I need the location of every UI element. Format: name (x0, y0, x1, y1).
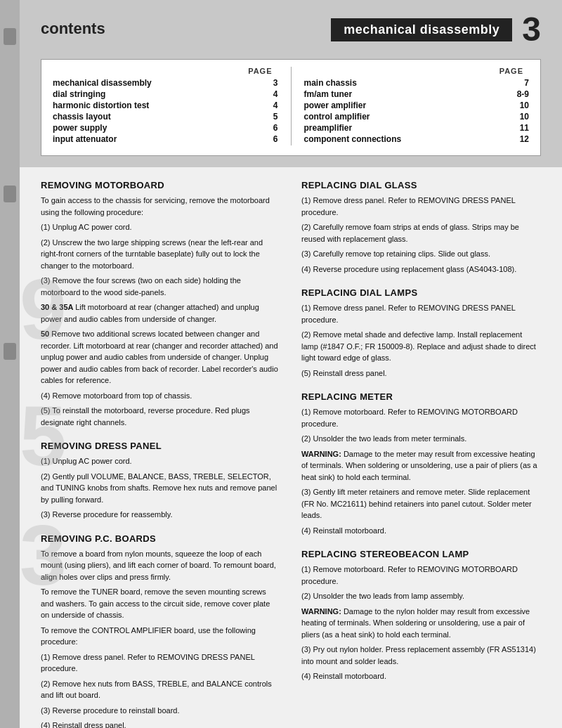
toc-item-page: 11 (509, 123, 529, 133)
section-paragraph: (3) Carefully remove top retaining clips… (301, 248, 541, 260)
toc-item-label: fm/am tuner (304, 89, 510, 99)
section-paragraph: To remove the TUNER board, remove the se… (41, 586, 280, 621)
section-paragraph: (3) Reverse procedure for reassembly. (41, 509, 280, 521)
section-paragraph: (2) Unscrew the two large shipping screw… (41, 237, 280, 272)
toc-item-label: main chassis (304, 78, 510, 88)
table-of-contents: PAGE mechanical disassembly3dial stringi… (41, 59, 541, 156)
toc-item-label: component connections (304, 134, 510, 144)
section-replacing-dial-glass-title: REPLACING DIAL GLASS (301, 180, 541, 190)
toc-item-label: harmonic distortion test (53, 100, 259, 110)
toc-row: component connections12 (304, 134, 530, 144)
section-paragraph: (1) Remove dress panel. Refer to REMOVIN… (301, 302, 541, 325)
toc-item-page: 3 (259, 78, 278, 88)
binding-hole-3 (4, 343, 16, 360)
toc-item-page: 7 (509, 78, 529, 88)
section-paragraph: (5) Reinstall dress panel. (301, 368, 541, 379)
main-content: REMOVING MOTORBOARD To gain access to th… (20, 167, 562, 728)
section-replacing-stereobeacon-lamp-body: (1) Remove motorboard. Refer to REMOVING… (301, 564, 541, 682)
section-paragraph: 30 & 35A Lift motorboard at rear (change… (41, 301, 280, 325)
section-paragraph: (4) Reinstall dress panel. (41, 720, 280, 728)
section-paragraph: (2) Gently pull VOLUME, BALANCE, BASS, T… (41, 471, 280, 506)
toc-row: control amplifier10 (304, 112, 530, 122)
section-removing-dress-panel-body: (1) Unplug AC power cord.(2) Gently pull… (41, 455, 280, 521)
toc-row: main chassis7 (304, 78, 530, 88)
section-removing-pc-boards-title: REMOVING P.C. BOARDS (41, 533, 280, 544)
section-paragraph: (3) Remove the four screws (two on each … (41, 275, 280, 298)
toc-item-label: power amplifier (304, 100, 510, 110)
toc-row: input attenuator6 (53, 134, 278, 144)
section-replacing-meter-body: (1) Remove motorboard. Refer to REMOVING… (301, 406, 541, 536)
binding-hole-1 (4, 28, 16, 45)
section-paragraph: (3) Gently lift meter retainers and remo… (301, 486, 541, 521)
section-paragraph: To remove the CONTROL AMPLIFIER board, u… (41, 625, 280, 648)
toc-row: fm/am tuner8-9 (304, 89, 530, 99)
section-paragraph: (2) Carefully remove foam strips at ends… (301, 221, 541, 245)
title-block: mechanical disassembly 3 (331, 13, 541, 46)
toc-item-label: dial stringing (53, 89, 259, 99)
section-replacing-dial-lamps-title: REPLACING DIAL LAMPS (301, 287, 541, 298)
section-paragraph: 50 Remove two additional screws located … (41, 328, 280, 386)
toc-item-label: power supply (53, 123, 259, 133)
title-banner: mechanical disassembly (331, 18, 512, 41)
toc-row: mechanical disassembly3 (53, 78, 278, 88)
section-paragraph: (4) Reverse procedure using replacement … (301, 264, 541, 275)
section-paragraph: (1) Remove dress panel. Refer to REMOVIN… (301, 195, 541, 218)
toc-item-page: 6 (259, 134, 278, 144)
toc-item-label: input attenuator (53, 134, 259, 144)
section-removing-motorboard-title: REMOVING MOTORBOARD (41, 180, 280, 190)
chapter-number: 3 (522, 13, 541, 46)
content-left-column: REMOVING MOTORBOARD To gain access to th… (41, 180, 280, 728)
section-paragraph: To remove a board from nylon mounts, squ… (41, 548, 280, 583)
section-paragraph: (3) Pry out nylon holder. Press replacem… (301, 644, 541, 667)
section-paragraph: (4) Reinstall motorboard. (301, 670, 541, 682)
toc-page-header-right: PAGE (304, 67, 530, 78)
section-paragraph: WARNING: Damage to the meter may result … (301, 448, 541, 483)
section-paragraph: (1) Remove motorboard. Refer to REMOVING… (301, 406, 541, 429)
toc-item-page: 12 (509, 134, 529, 144)
section-replacing-dial-glass-body: (1) Remove dress panel. Refer to REMOVIN… (301, 195, 541, 275)
toc-item-page: 4 (259, 100, 278, 110)
toc-item-page: 6 (259, 123, 278, 133)
section-paragraph: WARNING: Damage to the nylon holder may … (301, 606, 541, 641)
toc-item-page: 8-9 (509, 89, 529, 99)
section-paragraph: (2) Remove hex nuts from BASS, TREBLE, a… (41, 678, 280, 701)
toc-row: preamplifier11 (304, 123, 530, 133)
toc-page-header-left: PAGE (53, 67, 278, 78)
toc-item-page: 10 (509, 112, 529, 122)
toc-row: dial stringing4 (53, 89, 278, 99)
section-replacing-stereobeacon-lamp-title: REPLACING STEREOBEACON LAMP (301, 549, 541, 559)
section-paragraph: (2) Unsolder the two leads from meter te… (301, 433, 541, 445)
section-paragraph: To gain access to the chassis for servic… (41, 195, 280, 218)
toc-row: chassis layout5 (53, 112, 278, 122)
toc-item-page: 10 (509, 100, 529, 110)
toc-row: power amplifier10 (304, 100, 530, 110)
toc-row: harmonic distortion test4 (53, 100, 278, 110)
toc-right-column: PAGE main chassis7fm/am tuner8-9power am… (304, 67, 530, 145)
section-paragraph: (2) Remove metal shade and defective lam… (301, 329, 541, 364)
contents-label: contents (41, 20, 105, 38)
section-replacing-meter-title: REPLACING METER (301, 391, 541, 402)
toc-item-label: mechanical disassembly (53, 78, 259, 88)
page-header: contents mechanical disassembly 3 (20, 0, 562, 53)
section-paragraph: (4) Reinstall motorboard. (301, 525, 541, 537)
toc-item-label: control amplifier (304, 112, 510, 122)
section-paragraph: (1) Remove motorboard. Refer to REMOVING… (301, 564, 541, 587)
section-paragraph: (1) Unplug AC power cord. (41, 221, 280, 233)
left-binding-edge (0, 0, 20, 728)
toc-item-label: chassis layout (53, 112, 259, 122)
content-right-column: REPLACING DIAL GLASS (1) Remove dress pa… (301, 180, 541, 728)
section-replacing-dial-lamps-body: (1) Remove dress panel. Refer to REMOVIN… (301, 302, 541, 379)
binding-hole-2 (4, 186, 16, 202)
toc-item-label: preamplifier (304, 123, 510, 133)
toc-item-page: 4 (259, 89, 278, 99)
section-removing-dress-panel-title: REMOVING DRESS PANEL (41, 441, 280, 451)
section-removing-motorboard-body: To gain access to the chassis for servic… (41, 195, 280, 428)
section-paragraph: (1) Remove dress panel. Refer to REMOVIN… (41, 651, 280, 675)
toc-left-column: PAGE mechanical disassembly3dial stringi… (53, 67, 278, 145)
section-paragraph: (4) Remove motorboard from top of chassi… (41, 390, 280, 402)
toc-row: power supply6 (53, 123, 278, 133)
section-paragraph: (5) To reinstall the motorboard, reverse… (41, 405, 280, 428)
section-paragraph: (3) Reverse procedure to reinstall board… (41, 705, 280, 717)
toc-divider (291, 67, 292, 145)
section-paragraph: (2) Unsolder the two leads from lamp ass… (301, 590, 541, 602)
